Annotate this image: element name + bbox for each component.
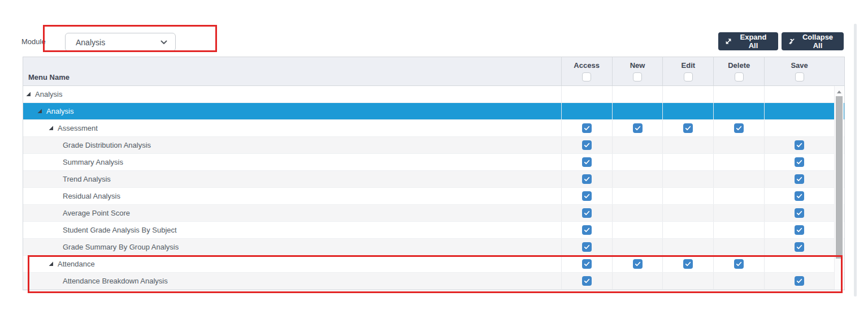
permission-checkbox-checked[interactable] <box>795 140 804 150</box>
table-row[interactable]: Attendance Breakdown Analysis <box>23 273 844 290</box>
menu-item-label: Average Point Score <box>63 209 130 217</box>
permission-cell-delete <box>713 154 764 170</box>
permission-checkbox-checked[interactable] <box>795 157 804 167</box>
permission-checkbox-checked[interactable] <box>582 208 592 218</box>
permission-checkbox-checked[interactable] <box>582 276 592 286</box>
menu-name-cell: Assessment <box>23 120 561 136</box>
permission-cell-save <box>764 154 834 170</box>
module-select-value: Analysis <box>76 38 105 47</box>
menu-item-label: Residual Analysis <box>63 192 120 200</box>
permission-checkbox-checked[interactable] <box>582 259 592 269</box>
table-scrollbar[interactable] <box>834 87 844 290</box>
permission-cell-access <box>561 120 612 136</box>
permission-checkbox-checked[interactable] <box>734 123 744 133</box>
permission-checkbox-checked[interactable] <box>582 157 592 167</box>
module-select[interactable]: Analysis <box>65 33 176 51</box>
collapse-arrows-icon <box>788 38 795 45</box>
permission-cell-delete <box>713 273 764 289</box>
permission-cell-save <box>764 256 834 272</box>
triangle-expanded-icon[interactable] <box>49 126 54 131</box>
expand-all-label: Expand All <box>735 33 771 50</box>
permission-checkbox-checked[interactable] <box>795 174 804 184</box>
column-header-label: Edit <box>682 61 696 70</box>
permission-checkbox-checked[interactable] <box>582 140 592 150</box>
column-header-label: Save <box>791 61 808 70</box>
permission-cell-new <box>612 273 663 289</box>
permission-checkbox-checked[interactable] <box>582 242 592 252</box>
permission-cell-delete <box>713 188 764 204</box>
table-row[interactable]: Attendance <box>23 256 844 273</box>
column-header-label: Delete <box>728 61 750 70</box>
expand-all-button[interactable]: Expand All <box>718 32 778 50</box>
table-row[interactable]: Analysis <box>23 103 844 120</box>
select-all-checkbox[interactable] <box>684 72 693 81</box>
permission-cell-new <box>612 205 663 221</box>
page-scrollbar[interactable] <box>854 24 857 296</box>
permission-cell-new <box>612 103 663 119</box>
column-header-save: Save <box>764 57 834 85</box>
permission-cell-save <box>764 103 834 119</box>
select-all-checkbox[interactable] <box>582 72 591 81</box>
permission-checkbox-checked[interactable] <box>795 225 804 235</box>
permission-checkbox-checked[interactable] <box>582 123 592 133</box>
permission-checkbox-checked[interactable] <box>683 259 693 269</box>
permission-checkbox-checked[interactable] <box>582 191 592 201</box>
permission-cell-access <box>561 222 612 238</box>
menu-item-label: Student Grade Analysis By Subject <box>63 226 177 234</box>
permission-checkbox-checked[interactable] <box>633 123 643 133</box>
column-header-delete: Delete <box>713 57 764 85</box>
permission-cell-access <box>561 154 612 170</box>
table-row[interactable]: Trend Analysis <box>23 171 844 188</box>
permission-cell-access <box>561 171 612 187</box>
menu-item-label: Analysis <box>46 107 73 115</box>
permission-checkbox-checked[interactable] <box>795 191 804 201</box>
column-header-access: Access <box>561 57 612 85</box>
permission-checkbox-checked[interactable] <box>795 242 804 252</box>
permission-cell-edit <box>662 120 713 136</box>
select-all-checkbox[interactable] <box>735 72 744 81</box>
table-row[interactable]: Average Point Score <box>23 205 844 222</box>
permission-checkbox-checked[interactable] <box>795 208 804 218</box>
table-header-row: Menu Name AccessNewEditDeleteSave <box>23 57 844 86</box>
menu-name-cell: Summary Analysis <box>23 154 561 170</box>
permission-cell-access <box>561 86 612 102</box>
permissions-page: Module Analysis Expand All Collapse All <box>0 0 868 318</box>
table-row[interactable]: Grade Distribution Analysis <box>23 137 844 154</box>
permission-cell-delete <box>713 86 764 102</box>
table-row[interactable]: Grade Summary By Group Analysis <box>23 239 844 256</box>
permission-cell-new <box>612 239 663 255</box>
permission-checkbox-checked[interactable] <box>683 123 693 133</box>
scrollbar-thumb[interactable] <box>836 96 843 259</box>
permission-cell-new <box>612 120 663 136</box>
table-row[interactable]: Assessment <box>23 120 844 137</box>
triangle-expanded-icon[interactable] <box>49 261 54 267</box>
menu-name-cell: Residual Analysis <box>23 188 561 204</box>
permission-cell-save <box>764 120 834 136</box>
permission-cell-access <box>561 137 612 153</box>
select-all-checkbox[interactable] <box>795 72 804 81</box>
permission-cell-access <box>561 273 612 289</box>
permission-checkbox-checked[interactable] <box>734 259 744 269</box>
permission-checkbox-checked[interactable] <box>582 225 592 235</box>
collapse-all-label: Collapse All <box>798 33 837 50</box>
permission-cell-edit <box>662 256 713 272</box>
select-all-checkbox[interactable] <box>633 72 642 81</box>
permission-checkbox-checked[interactable] <box>582 174 592 184</box>
triangle-expanded-icon[interactable] <box>26 92 31 97</box>
table-row[interactable]: Analysis <box>23 86 844 103</box>
permission-checkbox-checked[interactable] <box>633 259 643 269</box>
scroll-up-arrow-icon[interactable] <box>837 91 841 93</box>
table-row[interactable]: Residual Analysis <box>23 188 844 205</box>
permission-checkbox-checked[interactable] <box>795 276 804 286</box>
permission-cell-access <box>561 239 612 255</box>
table-row[interactable]: Student Grade Analysis By Subject <box>23 222 844 239</box>
column-header-label: New <box>630 61 645 70</box>
menu-name-column-header: Menu Name <box>23 57 561 85</box>
module-label: Module <box>21 37 46 46</box>
table-row[interactable]: Summary Analysis <box>23 154 844 171</box>
permission-cell-access <box>561 205 612 221</box>
permission-cell-save <box>764 222 834 238</box>
triangle-expanded-icon[interactable] <box>37 109 42 114</box>
collapse-all-button[interactable]: Collapse All <box>782 32 844 50</box>
permission-cell-save <box>764 273 834 289</box>
